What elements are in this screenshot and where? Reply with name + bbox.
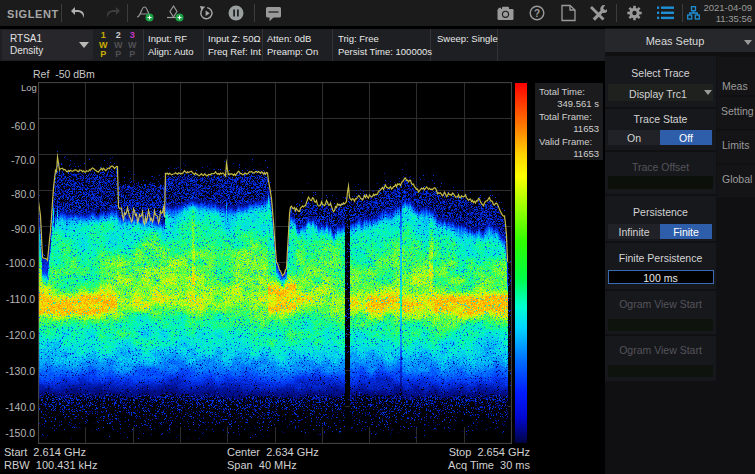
svg-text:?: ?	[534, 8, 540, 19]
